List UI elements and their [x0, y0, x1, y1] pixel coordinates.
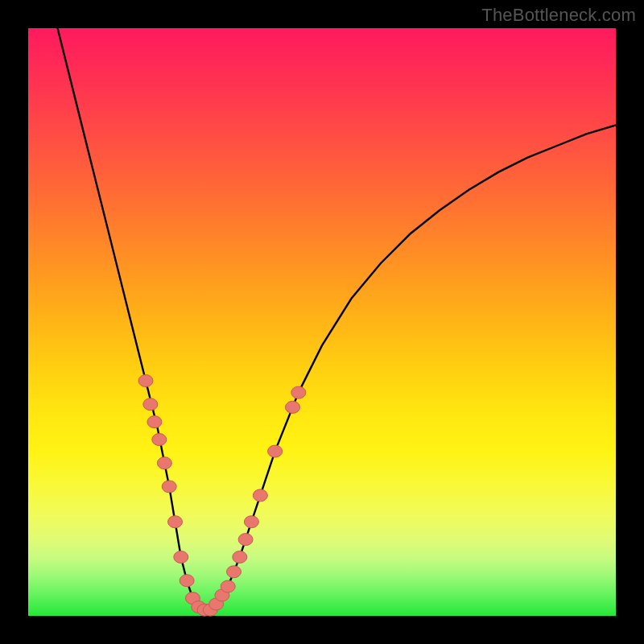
- data-marker: [143, 398, 158, 411]
- data-marker: [174, 551, 188, 564]
- data-marker: [152, 434, 167, 446]
- data-marker: [244, 516, 258, 528]
- chart-frame: TheBottleneck.com: [0, 0, 644, 644]
- data-marker: [157, 457, 171, 469]
- watermark-text: TheBottleneck.com: [481, 5, 636, 26]
- data-marker: [138, 375, 153, 387]
- chart-svg: [28, 28, 616, 616]
- data-marker: [286, 401, 300, 413]
- data-marker: [291, 386, 306, 398]
- data-markers: [138, 375, 306, 617]
- data-marker: [221, 580, 235, 592]
- data-marker: [253, 489, 267, 502]
- data-marker: [147, 416, 162, 428]
- data-marker: [162, 481, 176, 493]
- data-marker: [168, 516, 183, 528]
- data-marker: [227, 566, 242, 578]
- bottleneck-curve: [58, 28, 617, 610]
- data-marker: [238, 534, 253, 546]
- data-marker: [233, 551, 247, 564]
- data-marker: [180, 575, 194, 587]
- data-marker: [268, 445, 283, 457]
